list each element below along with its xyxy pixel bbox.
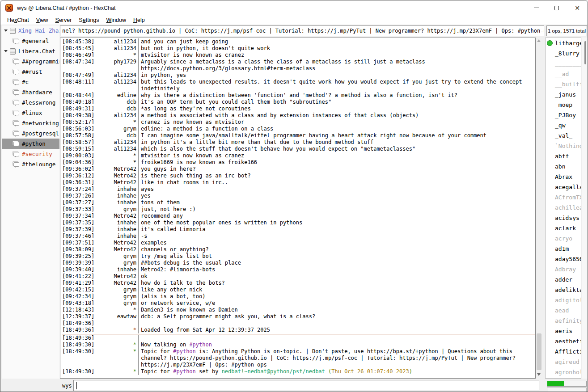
user-list-item[interactable]: adelikta [546,285,581,295]
user-nick: aefinity [555,317,581,324]
timestamp: [18:49:30] [62,348,95,355]
menu-help[interactable]: Help [130,16,148,24]
channel-label: #lesswrong [22,99,55,106]
nick-label[interactable]: wys [62,383,72,389]
sidebar-item-programming[interactable]: ##programming [2,56,59,67]
nick: grym [95,206,138,213]
timestamp: [09:00:03] [62,152,95,159]
timestamp: [09:39:39] [62,260,95,266]
title-bar[interactable]: wys @ Libera.Chat / #python - HexChat ✕ [0,0,588,15]
sidebar-item-networking[interactable]: #networking [2,118,59,128]
scroll-up-icon[interactable] [537,39,541,42]
menu-server[interactable]: Server [52,16,76,24]
sidebar-item-postgresql[interactable]: #postgresql [2,128,59,139]
user-list-item[interactable]: _8lurry [546,48,581,59]
sidebar-item-security[interactable]: #security [2,149,59,159]
message-text: like in chat rooms in irc.. [138,179,535,186]
message-text: you guys in here? [138,166,535,173]
sidebar-item-thelounge[interactable]: #thelounge [2,159,59,169]
sidebar-item-general[interactable]: #general [2,36,59,46]
message-text: ok [138,273,535,280]
menu-window[interactable]: Window [103,16,130,24]
message-text: Now talking on #python [138,341,535,348]
chat-line: [09:37:24]inhaheayes [62,186,535,193]
user-list-item[interactable]: litharge [546,38,581,48]
user-list-item[interactable]: aclark [546,223,581,233]
user-nick: achillea [555,204,581,211]
close-button[interactable]: ✕ [567,0,588,15]
message-text: but not in python, it doesn't quite work [138,45,535,52]
user-list-item[interactable]: _val_ [546,131,581,141]
user-list-item[interactable]: ACfromTX [546,192,581,202]
scroll-down-icon[interactable] [537,373,541,376]
user-list-item[interactable]: Afflicti [546,346,581,357]
user-list-item[interactable]: `Nothing [546,141,581,151]
user-list-item[interactable]: adder [546,274,581,285]
user-list-item[interactable]: _moep_ [546,100,581,110]
minimize-button[interactable] [526,0,546,15]
nick: * [95,327,138,333]
menu-settings[interactable]: Settings [75,16,102,24]
message-input[interactable] [73,380,539,391]
sidebar-item-liberachat[interactable]: Libera.Chat [2,46,59,56]
chat-line: [08:57:58]dcbI can imagine some java/sma… [62,132,535,139]
user-list-item[interactable]: Adbray [546,264,581,274]
nick: inhahe [95,226,138,233]
sidebar-item-linux[interactable]: #linux [2,108,59,118]
maximize-icon [554,6,559,10]
sidebar-item-xinghaizhai[interactable]: Xing-Hai-Zhai [2,25,59,36]
user-nick: `Nothing [555,143,581,149]
user-list-item[interactable]: _janus [546,89,581,100]
user-list-item[interactable]: agronhol [546,367,581,377]
nick: * [95,152,138,159]
user-list-item[interactable]: achillea [546,202,581,213]
user-list-item[interactable]: __builti [546,79,581,89]
user-list-item[interactable]: aeris [546,326,581,336]
sidebar-item-lesswrong[interactable]: #lesswrong [2,97,59,108]
user-list-item[interactable]: abn [546,161,581,172]
user-list-item[interactable]: adigitol [546,295,581,305]
tree-expander-icon[interactable] [4,30,8,32]
user-list-item[interactable]: acryo [546,233,581,244]
user-list-item[interactable]: _________ [546,59,581,69]
chat-scrollbar[interactable] [536,38,542,379]
timestamp: [08:52:17] [62,119,95,126]
user-list-item[interactable]: aead [546,305,581,316]
timestamp: [09:41:29] [62,280,95,287]
user-list-item[interactable]: _qw [546,120,581,131]
user-list-item[interactable]: aestheti [546,336,581,346]
channel-tree: Xing-Hai-Zhai#generalLibera.Chat##progra… [2,25,59,379]
user-nick: abn [555,163,565,170]
user-list-item[interactable]: acegalla [546,182,581,192]
menu-view[interactable]: View [33,16,52,24]
chat-line: [08:52:17]*cranez is now known as mtvisi… [62,119,535,126]
userlist-scrollbar[interactable] [582,38,588,379]
message-text: *as long as they're not coroutines [138,105,535,112]
user-list-item[interactable]: acidsys [546,213,581,223]
topic-input[interactable]: nel? https://pound-python.github.io | Co… [60,25,544,36]
tree-expander-icon[interactable] [4,50,8,52]
user-list-item[interactable]: abff [546,151,581,161]
chat-scrollbar-thumb[interactable] [537,333,541,370]
lag-meter-fill [547,381,564,386]
sidebar-item-c[interactable]: #c [2,77,59,87]
user-list-item[interactable]: _PJBoy [546,110,581,120]
user-list-item[interactable]: Abrax [546,172,581,182]
maximize-button[interactable] [546,0,567,15]
user-list-item[interactable]: __ad [546,69,581,79]
user-list-item[interactable]: ad1m [546,244,581,254]
sidebar-item-python[interactable]: #python [2,139,59,149]
message-text: mtvisitor is now known as cranez [138,52,535,59]
userlist-scrollbar-thumb[interactable] [584,41,586,64]
user-list-item[interactable]: aefinity [546,316,581,326]
user-list-item[interactable]: agireud [546,357,581,367]
menu-hexchat[interactable]: HexChat [4,16,33,24]
sidebar-item-hardware[interactable]: #hardware [2,87,59,97]
chat-area[interactable]: [08:45:38]ali1234and you can just keep g… [60,38,536,379]
message-text: in python, yes [138,72,535,79]
nick: Metro42 [95,173,138,179]
window-title: wys @ Libera.Chat / #python - HexChat [17,5,115,11]
user-list-item[interactable]: aday5656 [546,254,581,264]
chat-line: [09:42:34]grym(alis is a bot, too) [62,293,535,300]
sidebar-item-rust[interactable]: ##rust [2,67,59,77]
